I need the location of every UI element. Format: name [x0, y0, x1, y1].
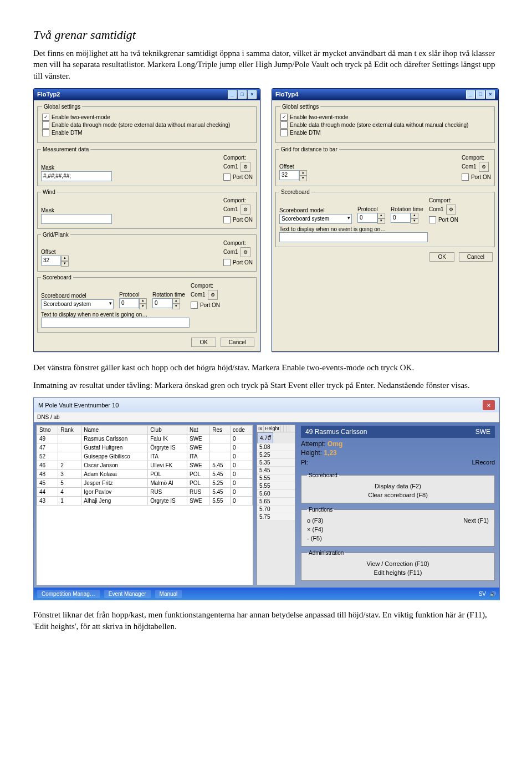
- protocol-spinner[interactable]: 0▴▾: [119, 298, 147, 309]
- taskbar-item[interactable]: Manual: [155, 590, 182, 598]
- offset-spinner[interactable]: 32 ▴▾: [279, 170, 307, 181]
- no-event-input[interactable]: [41, 318, 190, 328]
- height-row[interactable]: 5.55: [257, 482, 295, 490]
- comport-config-icon[interactable]: ⚙: [241, 205, 250, 215]
- fn-dash-button[interactable]: - (F5): [307, 534, 489, 543]
- fn-x-button[interactable]: × (F4): [307, 525, 489, 534]
- view-correction-button[interactable]: View / Correction (F10): [307, 559, 489, 568]
- tray-language[interactable]: SV: [479, 591, 486, 597]
- rotation-spinner[interactable]: 0▴▾: [391, 213, 423, 224]
- maximize-icon[interactable]: □: [238, 90, 247, 99]
- spin-up-icon[interactable]: ▴: [61, 256, 69, 261]
- display-data-button[interactable]: Display data (F2): [307, 482, 489, 491]
- port-on-checkbox[interactable]: Port ON: [462, 173, 491, 181]
- column-header[interactable]: code: [231, 426, 253, 435]
- height-row[interactable]: 4.70: [257, 432, 273, 443]
- column-header[interactable]: Res: [210, 426, 231, 435]
- enable-dtm-checkbox[interactable]: Enable DTM: [280, 129, 490, 136]
- enable-data-through-checkbox[interactable]: Enable data through mode (store external…: [42, 121, 252, 129]
- port-on-checkbox[interactable]: Port ON: [223, 259, 253, 266]
- taskbar-item[interactable]: Event Manager: [104, 590, 151, 598]
- table-row[interactable]: 444Igor PavlovRUSRUS5.450: [37, 488, 253, 497]
- comport-config-icon[interactable]: ⚙: [241, 162, 250, 172]
- cancel-button[interactable]: Cancel: [459, 252, 493, 262]
- column-header[interactable]: Rank: [58, 426, 81, 435]
- wind-mask-input[interactable]: [41, 214, 112, 224]
- table-row[interactable]: 47Gustaf HultgrenÖrgryte ISSWE0: [37, 443, 253, 452]
- column-header[interactable]: Stno: [37, 426, 58, 435]
- ok-button[interactable]: OK: [191, 338, 216, 347]
- column-header[interactable]: Club: [148, 426, 187, 435]
- table-row[interactable]: 462Oscar JansonUllevi FKSWE5.450: [37, 461, 253, 470]
- port-on-checkbox[interactable]: Port ON: [191, 302, 220, 309]
- height-row[interactable]: 5.35: [257, 459, 295, 467]
- enable-two-event-checkbox[interactable]: ✓Enable two-event-mode: [280, 114, 490, 121]
- scoreboard-model-label: Scoreboard model: [279, 207, 352, 213]
- table-row[interactable]: 52Guiseppe GibiliscoITAITA0: [37, 452, 253, 461]
- enable-dtm-checkbox[interactable]: Enable DTM: [42, 129, 252, 136]
- tray-icon[interactable]: 🔊: [489, 591, 496, 597]
- titlebar: FloTyp2 _ □ ×: [34, 89, 260, 100]
- cancel-button[interactable]: Cancel: [221, 338, 254, 347]
- protocol-label: Protocol: [119, 292, 147, 298]
- column-header[interactable]: Nat: [187, 426, 209, 435]
- height-row[interactable]: 5.45: [257, 467, 295, 474]
- close-icon[interactable]: ×: [248, 90, 257, 99]
- enable-two-event-checkbox[interactable]: ✓Enable two-event-mode: [42, 114, 252, 121]
- comport-config-icon[interactable]: ⚙: [208, 290, 218, 300]
- protocol-spinner[interactable]: 0▴▾: [357, 213, 385, 224]
- toolbar[interactable]: DNS / ab: [34, 412, 499, 422]
- no-event-input[interactable]: [279, 232, 428, 242]
- enable-data-through-checkbox[interactable]: Enable data through mode (store external…: [280, 121, 490, 129]
- attempt-label: Attempt:: [301, 440, 326, 448]
- global-settings-group: Global settings ✓Enable two-event-mode E…: [275, 104, 495, 143]
- taskbar: Competition Manag… Event Manager Manual …: [34, 588, 499, 600]
- height-row[interactable]: 5.70: [257, 506, 295, 513]
- taskbar-item[interactable]: Competition Manag…: [37, 590, 100, 598]
- height-row[interactable]: 5.25: [257, 451, 295, 459]
- flotyp4-window: FloTyp4 _ □ × Global settings ✓Enable tw…: [272, 88, 499, 352]
- table-row[interactable]: 431Alhaji JengÖrgryte ISSWE5.550: [37, 497, 253, 506]
- scoreboard-model-select[interactable]: Scoreboard system: [41, 299, 114, 309]
- height-row[interactable]: 5.60: [257, 490, 295, 498]
- column-header[interactable]: Name: [81, 426, 148, 435]
- port-on-checkbox[interactable]: Port ON: [429, 216, 458, 223]
- scoreboard-legend: Scoreboard: [279, 189, 311, 195]
- comport-config-icon[interactable]: ⚙: [241, 247, 250, 257]
- fn-next-button[interactable]: Next (F1): [463, 517, 489, 524]
- table-row[interactable]: 49Rasmus CarlssonFalu IKSWE0: [37, 435, 253, 443]
- maximize-icon[interactable]: □: [476, 90, 485, 99]
- comport-value: Com1: [223, 164, 238, 170]
- height-row[interactable]: 5.75: [257, 513, 295, 521]
- minimize-icon[interactable]: _: [466, 90, 475, 99]
- scoreboard-legend: Scoreboard: [307, 472, 339, 478]
- pole-vault-event-window: M Pole Vault Eventnumber 10 × DNS / ab S…: [33, 397, 500, 600]
- rotation-spinner[interactable]: 0▴▾: [152, 298, 185, 309]
- comport-config-icon[interactable]: ⚙: [446, 205, 456, 215]
- table-row[interactable]: 455Jesper FritzMalmö AIPOL5.250: [37, 479, 253, 488]
- offset-spinner[interactable]: 32 ▴▾: [41, 256, 69, 267]
- protocol-label: Protocol: [357, 206, 385, 212]
- height-row[interactable]: 5.55: [257, 474, 295, 482]
- mask-input[interactable]: #,##;##,##;: [41, 171, 112, 181]
- window-title: FloTyp2: [37, 91, 60, 98]
- results-table: StnoRankNameClubNatRescode 49Rasmus Carl…: [36, 425, 253, 585]
- heights-list[interactable]: IxHeight 4.705.085.255.355.455.555.555.6…: [257, 425, 295, 585]
- no-event-label: Text to display when no event is going o…: [279, 226, 386, 232]
- comport-config-icon[interactable]: ⚙: [479, 162, 489, 172]
- minimize-icon[interactable]: _: [228, 90, 237, 99]
- height-row[interactable]: 5.65: [257, 498, 295, 506]
- fn-o-button[interactable]: o (F3): [307, 517, 323, 524]
- port-on-checkbox[interactable]: Port ON: [223, 173, 253, 181]
- clear-scoreboard-button[interactable]: Clear scoreboard (F8): [307, 491, 489, 499]
- close-icon[interactable]: ×: [486, 90, 495, 99]
- height-row[interactable]: 5.08: [257, 443, 295, 451]
- port-on-checkbox[interactable]: Port ON: [223, 216, 253, 223]
- ok-button[interactable]: OK: [429, 252, 454, 262]
- scoreboard-model-select[interactable]: Scoreboard system: [279, 214, 352, 224]
- spin-down-icon[interactable]: ▾: [61, 261, 69, 267]
- close-icon[interactable]: ×: [483, 400, 495, 410]
- table-row[interactable]: 483Adam KolasaPOLPOL5.450: [37, 470, 253, 479]
- window-title: M Pole Vault Eventnumber 10: [38, 402, 119, 409]
- edit-heights-button[interactable]: Edit heights (F11): [307, 568, 489, 577]
